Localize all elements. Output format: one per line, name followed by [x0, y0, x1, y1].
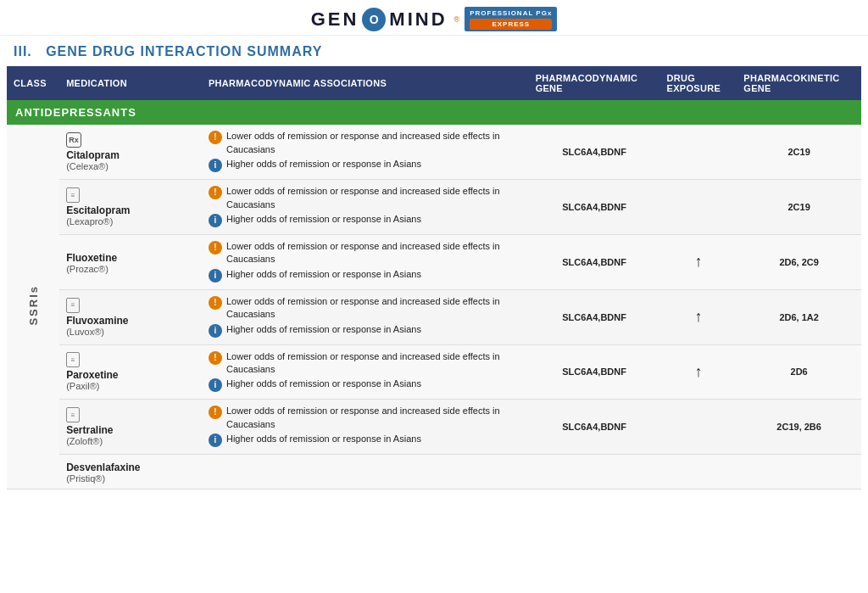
assoc-list: ! Lower odds of remission or response an… [209, 185, 522, 227]
med-brand: (Celexa®) [66, 161, 195, 171]
medication-cell: Fluoxetine (Prozac®) [59, 234, 202, 289]
med-brand: (Lexapro®) [66, 216, 195, 227]
assoc-info-text: Higher odds of remission or response in … [226, 378, 421, 390]
logo: GEN O MIND ® PROFESSIONAL PGx EXPRESS [311, 7, 558, 31]
col-header-medication: MEDICATION [59, 66, 202, 100]
assoc-info-text: Higher odds of remission or response in … [226, 433, 421, 445]
med-icons: ≡ [66, 298, 195, 313]
med-brand: (Luvox®) [66, 327, 195, 337]
assoc-list: ! Lower odds of remission or response an… [209, 130, 522, 172]
assoc-item-info: i Higher odds of remission or response i… [209, 433, 522, 447]
medication-cell: Desvenlafaxine (Pristiq®) [59, 455, 202, 490]
medication-cell: ≡ Sertraline (Zoloft®) [59, 400, 202, 455]
assoc-item-warning: ! Lower odds of remission or response an… [209, 350, 522, 377]
pk-gene-cell: 2D6, 1A2 [737, 289, 861, 344]
med-brand: (Prozac®) [66, 264, 195, 274]
assoc-item-warning: ! Lower odds of remission or response an… [209, 295, 522, 322]
table-row: ≡ Fluvoxamine (Luvox®) ! Lower odds of r… [7, 289, 861, 344]
assoc-list: ! Lower odds of remission or response an… [209, 295, 522, 338]
assoc-info-text: Higher odds of remission or response in … [226, 323, 421, 336]
gene-drug-table-wrapper: CLASS MEDICATION PHARMACODYNAMIC ASSOCIA… [0, 66, 868, 496]
assoc-item-warning: ! Lower odds of remission or response an… [209, 130, 522, 156]
section-title: III. GENE DRUG INTERACTION SUMMARY [0, 36, 868, 66]
section-number: III. [14, 44, 32, 59]
warning-bullet-icon: ! [209, 186, 222, 199]
table-header-row: CLASS MEDICATION PHARMACODYNAMIC ASSOCIA… [7, 66, 861, 100]
col-header-pharma-assoc: PHARMACODYNAMIC ASSOCIATIONS [202, 66, 529, 100]
info-bullet-icon: i [209, 324, 222, 338]
info-bullet-icon: i [209, 159, 222, 172]
assoc-warning-text: Lower odds of remission or response and … [226, 130, 522, 156]
pk-gene-cell: 2C19 [737, 125, 861, 179]
assoc-item-info: i Higher odds of remission or response i… [209, 323, 522, 338]
assoc-item-info: i Higher odds of remission or response i… [209, 213, 522, 227]
info-bullet-icon: i [209, 434, 222, 447]
association-cell: ! Lower odds of remission or response an… [202, 234, 529, 289]
drug-exposure-cell [660, 125, 737, 179]
rx-icon: Rx [66, 132, 81, 148]
medication-cell: ≡ Escitalopram (Lexapro®) [59, 180, 202, 235]
med-name: Sertraline [66, 424, 195, 436]
med-name: Fluoxetine [66, 252, 195, 264]
col-header-pk-gene: PHARMACOKINETIC GENE [737, 66, 861, 100]
assoc-warning-text: Lower odds of remission or response and … [226, 405, 522, 431]
med-icons: ≡ [66, 407, 195, 422]
info-bullet-icon: i [209, 378, 222, 392]
association-cell: ! Lower odds of remission or response an… [202, 344, 529, 400]
association-cell [202, 455, 529, 490]
ssri-label: SSRIs [27, 285, 40, 326]
med-name: Fluvoxamine [66, 315, 195, 327]
assoc-info-text: Higher odds of remission or response in … [226, 268, 421, 281]
doc-icon: ≡ [66, 352, 80, 367]
page-header: GEN O MIND ® PROFESSIONAL PGx EXPRESS [0, 0, 868, 36]
section-heading: GENE DRUG INTERACTION SUMMARY [46, 44, 322, 59]
pharma-gene-cell: SLC6A4,BDNF [529, 125, 660, 179]
pk-gene-cell: 2D6, 2C9 [737, 234, 861, 289]
pk-gene-cell: 2C19, 2B6 [737, 400, 861, 455]
warning-bullet-icon: ! [209, 241, 222, 255]
assoc-item-warning: ! Lower odds of remission or response an… [209, 405, 522, 431]
badge-professional: PROFESSIONAL PGx [470, 9, 552, 17]
med-name: Escitalopram [66, 204, 195, 216]
association-cell: ! Lower odds of remission or response an… [202, 125, 529, 179]
assoc-item-warning: ! Lower odds of remission or response an… [209, 240, 522, 266]
assoc-list: ! Lower odds of remission or response an… [209, 350, 522, 393]
medication-cell: Rx Citalopram (Celexa®) [59, 125, 202, 179]
medication-cell: ≡ Paroxetine (Paxil®) [59, 344, 202, 400]
drug-exposure-cell [660, 400, 737, 455]
assoc-warning-text: Lower odds of remission or response and … [226, 185, 522, 211]
warning-bullet-icon: ! [209, 351, 222, 365]
col-header-drug-exposure: DRUG EXPOSURE [660, 66, 737, 100]
medication-cell: ≡ Fluvoxamine (Luvox®) [59, 289, 202, 344]
logo-mind: MIND [389, 8, 447, 31]
med-icons: Rx [66, 132, 195, 148]
association-cell: ! Lower odds of remission or response an… [202, 289, 529, 344]
category-label: ANTIDEPRESSANTS [7, 100, 861, 125]
association-cell: ! Lower odds of remission or response an… [202, 400, 529, 455]
drug-exposure-cell [660, 455, 737, 490]
med-brand: (Zoloft®) [66, 436, 195, 446]
assoc-item-info: i Higher odds of remission or response i… [209, 158, 522, 172]
logo-registered: ® [454, 15, 460, 24]
med-brand: (Paxil®) [66, 381, 195, 391]
assoc-info-text: Higher odds of remission or response in … [226, 213, 421, 226]
drug-exposure-cell: ↑ [660, 344, 737, 400]
assoc-item-info: i Higher odds of remission or response i… [209, 378, 522, 392]
col-header-pharma-gene: PHARMACODYNAMIC GENE [529, 66, 660, 100]
table-row: ≡ Paroxetine (Paxil®) ! Lower odds of re… [7, 344, 861, 400]
table-row: Fluoxetine (Prozac®) ! Lower odds of rem… [7, 234, 861, 289]
col-header-class: CLASS [7, 66, 59, 100]
table-row: ≡ Escitalopram (Lexapro®) ! Lower odds o… [7, 180, 861, 235]
pk-gene-cell: 2D6 [737, 344, 861, 400]
assoc-warning-text: Lower odds of remission or response and … [226, 350, 522, 377]
logo-badge: PROFESSIONAL PGx EXPRESS [465, 7, 557, 31]
warning-bullet-icon: ! [209, 296, 222, 310]
pharma-gene-cell: SLC6A4,BDNF [529, 344, 660, 400]
pharma-gene-cell: SLC6A4,BDNF [529, 400, 660, 455]
drug-exposure-cell: ↑ [660, 289, 737, 344]
info-bullet-icon: i [209, 269, 222, 283]
gene-drug-table: CLASS MEDICATION PHARMACODYNAMIC ASSOCIA… [7, 66, 861, 490]
assoc-item-info: i Higher odds of remission or response i… [209, 268, 522, 283]
info-bullet-icon: i [209, 214, 222, 227]
pk-gene-cell [737, 455, 861, 490]
